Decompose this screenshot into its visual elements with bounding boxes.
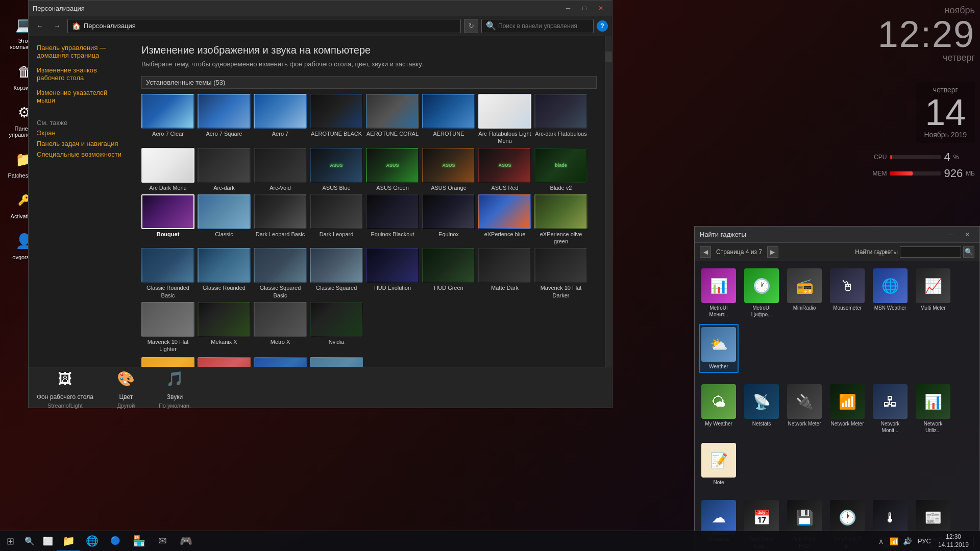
back-button[interactable]: ←	[33, 19, 47, 33]
theme-item-15[interactable]: bladeBlade v2	[534, 148, 587, 191]
bottom-wallpaper[interactable]: 🖼 Фон рабочего стола StreamofLight	[37, 367, 93, 409]
theme-thumb-10	[254, 148, 307, 183]
minimize-button[interactable]: ─	[561, 3, 575, 14]
taskbar-search-button[interactable]: 🔍	[20, 531, 39, 552]
theme-item-4[interactable]: AEROTUNE CORAL	[366, 94, 419, 145]
sidebar-link-icons[interactable]: Изменение значков рабочего стола	[29, 65, 133, 83]
taskbar-app-edge[interactable]: 🔵	[104, 531, 127, 552]
maximize-button[interactable]: □	[577, 3, 592, 14]
address-bar[interactable]: 🏠 Персонализация	[67, 19, 461, 33]
gadget-network-meter[interactable]: 🔌Network Meter	[785, 381, 824, 437]
tray-volume-icon[interactable]: 🔊	[901, 535, 914, 547]
theme-item-13[interactable]: ASUSASUS Orange	[422, 148, 475, 191]
search-box[interactable]: 🔍	[481, 19, 594, 33]
sidebar-link-accessibility[interactable]: Специальные возможности	[29, 149, 133, 160]
theme-item-2[interactable]: Aero 7	[254, 94, 307, 145]
theme-item-5[interactable]: AEROTUNE	[422, 94, 475, 145]
theme-item-31[interactable]: Maverick 10 Flat Darker	[534, 248, 587, 299]
gadget-label-6: Weather	[709, 363, 728, 370]
tray-expand-icon[interactable]: ∧	[875, 535, 887, 547]
taskbar-app-mail[interactable]: ✉	[151, 531, 174, 552]
vertical-scrollbar[interactable]	[605, 36, 612, 367]
theme-item-22[interactable]: eXPerience blue	[478, 194, 531, 245]
show-desktop-button[interactable]	[973, 535, 977, 547]
theme-item-35[interactable]: Nvidia	[310, 302, 363, 353]
theme-item-17[interactable]: Classic	[198, 194, 251, 245]
theme-item-0[interactable]: Aero 7 Clear	[141, 94, 194, 145]
gadget-metroui-цифро...[interactable]: 🕐MetroUI Цифро...	[742, 265, 781, 321]
sidebar-link-screen[interactable]: Экран	[29, 128, 133, 138]
theme-item-10[interactable]: Arc-Void	[254, 148, 307, 191]
gadget-weather[interactable]: ⛅Weather	[699, 324, 739, 373]
forward-button[interactable]: →	[50, 19, 64, 33]
theme-item-23[interactable]: eXPerience olive green	[534, 194, 587, 245]
taskbar-app-ie[interactable]: 🌐	[81, 531, 103, 552]
theme-bottom-4[interactable]	[310, 357, 363, 367]
theme-item-32[interactable]: Maverick 10 Flat Lighter	[141, 302, 194, 353]
theme-item-7[interactable]: Arc-dark Flatabulous	[534, 94, 587, 145]
help-button[interactable]: ?	[597, 20, 608, 32]
refresh-button[interactable]: ↻	[464, 19, 478, 33]
theme-item-26[interactable]: Glassic Squared Basic	[254, 248, 307, 299]
bottom-color[interactable]: 🎨 Цвет Другой	[114, 367, 138, 409]
gadget-network-monit...[interactable]: 🖧Network Monit...	[870, 381, 910, 437]
theme-item-8[interactable]: Arc Dark Menu	[141, 148, 194, 191]
theme-item-34[interactable]: Metro X	[254, 302, 307, 353]
start-button[interactable]: ⊞	[0, 531, 20, 552]
theme-thumb-18	[254, 194, 307, 229]
gadget-metroui-монит...[interactable]: 📊MetroUI Монит...	[699, 265, 739, 321]
theme-item-6[interactable]: Arc Flatabulous Light Menu	[478, 94, 531, 145]
theme-item-33[interactable]: Mekanix X	[198, 302, 251, 353]
gadget-search-input[interactable]	[900, 246, 961, 258]
theme-item-1[interactable]: Aero 7 Square	[198, 94, 251, 145]
gadget-my-weather[interactable]: 🌤My Weather	[699, 381, 739, 437]
sidebar-link-taskbar[interactable]: Панель задач и навигация	[29, 138, 133, 149]
taskbar-app-extra[interactable]: 🎮	[175, 531, 197, 552]
theme-item-24[interactable]: Glassic Rounded Basic	[141, 248, 194, 299]
gadget-minimize-button[interactable]: ─	[944, 229, 958, 240]
gadget-miniradio[interactable]: 📻MiniRadio	[785, 265, 824, 321]
tray-clock[interactable]: 12:30 14.11.2019	[935, 533, 972, 549]
gadget-multi-meter[interactable]: 📈Multi Meter	[913, 265, 953, 321]
theme-bottom-1[interactable]	[141, 357, 194, 367]
close-button[interactable]: ✕	[594, 3, 608, 14]
taskbar-app-explorer[interactable]: 📁	[57, 531, 80, 552]
theme-label-13: ASUS Orange	[422, 184, 475, 191]
gadget-mousometer[interactable]: 🖱Mousometer	[827, 265, 867, 321]
theme-item-29[interactable]: HUD Green	[422, 248, 475, 299]
taskbar-app-store[interactable]: 🏪	[128, 531, 150, 552]
theme-bottom-3[interactable]	[254, 357, 307, 367]
theme-item-11[interactable]: ASUSASUS Blue	[310, 148, 363, 191]
gadget-network-meter[interactable]: 📶Network Meter	[827, 381, 867, 437]
theme-item-16[interactable]: Bouquet	[141, 194, 194, 245]
task-view-button[interactable]: ⬜	[39, 531, 57, 552]
gadget-note[interactable]: 📝Note	[699, 440, 739, 489]
gadget-next-button[interactable]: ▶	[767, 246, 778, 258]
theme-item-9[interactable]: Arc-dark	[198, 148, 251, 191]
theme-label-10: Arc-Void	[254, 184, 307, 191]
theme-item-28[interactable]: HUD Evolution	[366, 248, 419, 299]
search-input[interactable]	[498, 22, 589, 30]
taskbar-lang[interactable]: РУС	[915, 537, 934, 545]
theme-item-25[interactable]: Glassic Rounded	[198, 248, 251, 299]
sidebar-link-mouse[interactable]: Изменение указателей мыши	[29, 87, 133, 106]
gadget-close-button[interactable]: ✕	[960, 229, 974, 240]
gadget-search-button[interactable]: 🔍	[963, 246, 974, 258]
theme-item-3[interactable]: AEROTUNE BLACK	[310, 94, 363, 145]
theme-item-30[interactable]: Matte Dark	[478, 248, 531, 299]
gadget-msn-weather[interactable]: 🌐MSN Weather	[870, 265, 910, 321]
gadget-network-utiliz...[interactable]: 📊Network Utiliz...	[913, 381, 953, 437]
gadget-prev-button[interactable]: ◀	[700, 246, 711, 258]
theme-bottom-2[interactable]	[198, 357, 251, 367]
sidebar-link-home[interactable]: Панель управления — домашняя страница	[29, 42, 133, 61]
theme-item-12[interactable]: ASUSASUS Green	[366, 148, 419, 191]
tray-network-icon[interactable]: 📶	[888, 535, 900, 547]
theme-item-19[interactable]: Dark Leopard	[310, 194, 363, 245]
theme-item-27[interactable]: Glassic Squared	[310, 248, 363, 299]
bottom-sounds[interactable]: 🎵 Звуки По умолчан.	[159, 367, 191, 409]
theme-item-14[interactable]: ASUSASUS Red	[478, 148, 531, 191]
theme-item-20[interactable]: Equinox Blackout	[366, 194, 419, 245]
gadget-netstats[interactable]: 📡Netstats	[742, 381, 781, 437]
theme-item-18[interactable]: Dark Leopard Basic	[254, 194, 307, 245]
theme-item-21[interactable]: Equinox	[422, 194, 475, 245]
